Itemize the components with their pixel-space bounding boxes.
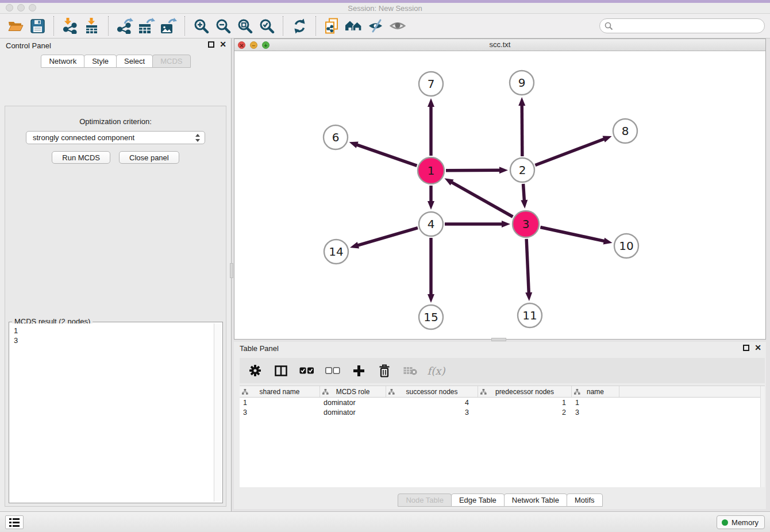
table-cell[interactable]: 2 (478, 408, 572, 417)
home-layout-button[interactable] (345, 17, 363, 35)
export-network-button[interactable] (116, 17, 134, 35)
select-all-rows-button[interactable] (299, 367, 314, 374)
close-panel-icon[interactable]: ✕ (220, 41, 226, 48)
tab-network-table[interactable]: Network Table (504, 494, 567, 507)
svg-text:11: 11 (522, 309, 537, 322)
open-session-button[interactable] (6, 17, 25, 35)
mcds-result-list[interactable]: 13 (10, 323, 214, 502)
import-network-button[interactable] (61, 17, 79, 35)
open-folder-icon (7, 19, 24, 33)
table-row[interactable]: 1dominator411 (240, 398, 765, 407)
hide-selected-button[interactable] (367, 17, 385, 35)
graph-node-2[interactable]: 2 (510, 158, 534, 182)
zoom-fit-button[interactable] (236, 17, 254, 35)
tab-node-table[interactable]: Node Table (398, 494, 452, 507)
graph-node-6[interactable]: 6 (324, 125, 348, 149)
column-header-MCDS-role[interactable]: MCDS role (320, 386, 386, 397)
tab-edge-table[interactable]: Edge Table (451, 494, 505, 507)
tab-network[interactable]: Network (41, 55, 84, 68)
refresh-view-button[interactable] (290, 17, 309, 35)
column-header-name[interactable]: name (572, 386, 619, 397)
graph-node-3[interactable]: 3 (513, 211, 539, 237)
toolbar-separator (315, 16, 316, 36)
float-panel-icon[interactable] (208, 41, 214, 48)
table-cell[interactable]: 1 (240, 399, 320, 407)
graph-node-1[interactable]: 1 (418, 157, 444, 184)
mcds-result-item[interactable]: 3 (14, 336, 214, 345)
graph-edge-2-8[interactable] (535, 138, 605, 165)
memory-button[interactable]: Memory (717, 515, 765, 529)
new-network-from-selection-button[interactable] (323, 17, 341, 35)
search-input[interactable] (613, 20, 764, 32)
column-header-shared-name[interactable]: shared name (240, 386, 320, 397)
table-cell[interactable]: dominator (320, 399, 386, 407)
column-header-successor-nodes[interactable]: successor nodes (386, 386, 478, 397)
graph-node-4[interactable]: 4 (419, 212, 443, 236)
horizontal-splitter-grip[interactable] (491, 338, 506, 341)
graph-edge-4-14[interactable] (357, 228, 417, 246)
show-all-button[interactable] (388, 17, 407, 35)
optimization-criterion-select[interactable]: strongly connected component (26, 131, 205, 144)
graph-edge-3-10[interactable] (540, 228, 605, 241)
deselect-all-rows-button[interactable] (325, 367, 340, 374)
graph-node-7[interactable]: 7 (419, 72, 443, 96)
table-cell[interactable]: 1 (572, 399, 619, 407)
table-cell[interactable]: dominator (320, 408, 386, 417)
mcds-result-item[interactable]: 1 (14, 326, 214, 336)
table-cell[interactable]: 3 (386, 408, 478, 417)
table-settings-button[interactable] (248, 364, 263, 377)
graph-node-14[interactable]: 14 (324, 240, 348, 264)
run-mcds-button[interactable]: Run MCDS (52, 151, 110, 164)
graph-node-15[interactable]: 15 (419, 305, 443, 329)
save-session-button[interactable] (28, 17, 47, 35)
table-cell[interactable]: 3 (240, 408, 320, 417)
result-scrollbar[interactable] (214, 323, 221, 502)
graph-edge-3-1[interactable] (451, 182, 513, 217)
graph-node-8[interactable]: 8 (613, 119, 637, 143)
add-column-button[interactable] (351, 365, 366, 377)
import-table-button[interactable] (83, 17, 101, 35)
table-cell[interactable]: 4 (386, 399, 478, 407)
split-table-button[interactable] (274, 365, 288, 376)
graph-node-9[interactable]: 9 (510, 71, 534, 95)
delete-table-button[interactable] (403, 366, 418, 375)
network-graph[interactable]: 7968124314101511 (234, 51, 765, 339)
graph-edge-3-11[interactable] (526, 239, 529, 294)
export-image-button[interactable] (159, 17, 178, 35)
graph-node-10[interactable]: 10 (614, 234, 638, 258)
float-table-panel-icon[interactable] (743, 345, 749, 351)
tab-style[interactable]: Style (84, 55, 117, 68)
tab-motifs[interactable]: Motifs (567, 494, 603, 507)
delete-column-button[interactable] (377, 364, 392, 377)
close-panel-button[interactable]: Close panel (119, 151, 179, 164)
network-view-window: ✕ − + scc.txt 7968124314101511 (234, 38, 766, 340)
search-box[interactable] (599, 18, 765, 33)
save-floppy-icon (30, 19, 45, 33)
tab-select[interactable]: Select (116, 55, 153, 68)
tab-mcds[interactable]: MCDS (152, 55, 190, 68)
checked-boxes-icon (299, 367, 314, 374)
zoom-in-button[interactable] (192, 17, 210, 35)
network-window-title: scc.txt (234, 40, 765, 49)
graph-edge-1-6[interactable] (356, 145, 417, 166)
export-table-button[interactable] (137, 17, 156, 35)
network-canvas[interactable]: 7968124314101511 (234, 51, 765, 339)
task-history-button[interactable] (5, 515, 24, 529)
table-row[interactable]: 3dominator323 (240, 407, 765, 417)
table-scrollbar[interactable] (760, 386, 765, 487)
table-cell[interactable]: 3 (572, 408, 619, 417)
table-cell[interactable]: 1 (478, 399, 572, 407)
vertical-splitter-grip[interactable] (230, 263, 233, 278)
column-header-predecessor-nodes[interactable]: predecessor nodes (478, 386, 572, 397)
network-window-titlebar[interactable]: ✕ − + scc.txt (234, 39, 765, 51)
close-table-panel-icon[interactable]: ✕ (754, 345, 761, 351)
zoom-selected-button[interactable] (257, 17, 276, 35)
graph-edge-2-3[interactable] (523, 184, 525, 201)
main-toolbar (0, 14, 770, 38)
function-builder-button[interactable]: f(x) (429, 365, 444, 377)
zoom-out-button[interactable] (214, 17, 232, 35)
graph-edge-1-2[interactable] (446, 170, 500, 171)
graph-edge-2-9[interactable] (522, 105, 522, 156)
svg-text:2: 2 (519, 163, 526, 177)
graph-node-11[interactable]: 11 (518, 303, 542, 327)
